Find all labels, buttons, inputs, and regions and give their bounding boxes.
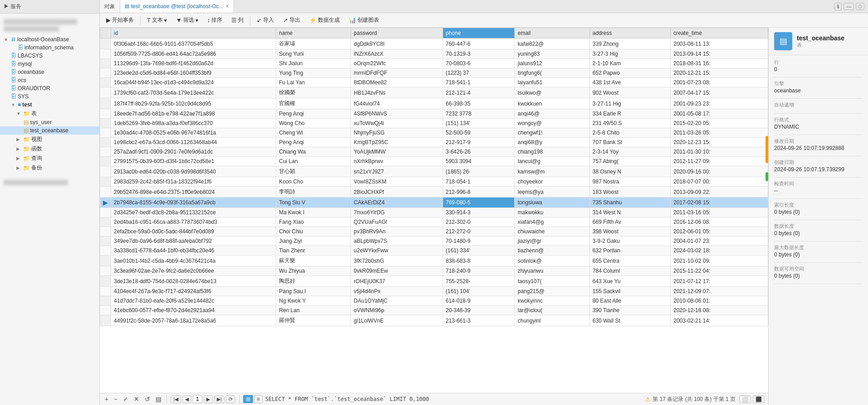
cell-create_time[interactable]: 2015-02-20 05: <box>671 119 768 128</box>
col-address[interactable]: address <box>590 28 670 39</box>
cell-name[interactable]: Cheng Wi <box>276 128 351 138</box>
reload-button[interactable]: ⟳ <box>226 395 235 403</box>
cell-phone[interactable]: (161) 104' <box>443 287 515 296</box>
cell-password[interactable]: gl1LolWVnE <box>351 315 443 326</box>
data-generate-button[interactable]: ⚡ 数据生成 <box>306 15 343 25</box>
table-row[interactable]: 113296d9-13fa-7698-bdf6-f1462d60a62dShi … <box>100 59 768 68</box>
cell-password[interactable]: 0vkR09mEEw <box>351 266 443 276</box>
cell-email[interactable]: jialuns912 <box>515 59 590 68</box>
table-row[interactable]: 349ee7db-0a96-6d8f-b88f-aafeba0bf792Jian… <box>100 236 768 246</box>
refresh-button[interactable]: ↺ <box>143 395 151 403</box>
cell-create_time[interactable]: 2007-04-17 15: <box>671 87 768 98</box>
table-row[interactable]: 16ca044f-b94f-13ec-d1d3-c494c9d9a324Fu L… <box>100 78 768 87</box>
cell-name[interactable]: Jiang Ziyi <box>276 236 351 246</box>
cell-name[interactable]: Fu Lai Yan <box>276 78 351 87</box>
cell-id[interactable]: 1056f509-7725-d806-ed41-64ac72a5e986 <box>111 49 276 59</box>
cell-create_time[interactable]: 2012-06-01 05: <box>671 227 768 236</box>
cell-address[interactable]: 2-5-8 Chito <box>590 128 670 138</box>
table-row[interactable]: 187f47ff-8b29-92fa-925b-102c9d4c8d95官國權f… <box>100 98 768 109</box>
cell-name[interactable]: Tong Siu V <box>276 198 351 208</box>
cell-name[interactable]: Koon Cho <box>276 177 351 187</box>
import-button[interactable]: ↙ 导入 <box>253 15 278 25</box>
sidebar-item-ocs[interactable]: 🗄 ocs <box>0 76 99 84</box>
cell-email[interactable]: lar@iclou( <box>515 306 590 315</box>
cell-address[interactable]: 80 East Alle <box>590 296 670 306</box>
cell-name[interactable]: 李明詩 <box>276 187 351 198</box>
first-page-button[interactable]: |◀ <box>171 395 181 403</box>
cell-id[interactable]: 1739cf60-caf2-703d-5e4a-179e13ee422c <box>111 87 276 98</box>
cell-email[interactable]: zhiyuanwu <box>515 266 590 276</box>
cell-name[interactable]: Song Yuni <box>276 49 351 59</box>
cell-id[interactable]: 44991f2c-58de-2057-78a6-18a172e8a5a6 <box>111 315 276 326</box>
cell-phone[interactable]: 7232 3778 <box>443 109 515 119</box>
grid-view-button[interactable]: ⊞ <box>243 395 253 403</box>
cell-create_time[interactable]: 2003-08-11 13: <box>671 39 768 49</box>
cell-password[interactable]: dgDdk8YC8I <box>351 39 443 49</box>
cell-address[interactable]: 339 Zhong <box>590 39 670 49</box>
cell-address[interactable]: 902 Woost <box>590 87 670 98</box>
cell-create_time[interactable]: 2024-03-02 18: <box>671 246 768 256</box>
cell-create_time[interactable]: 2011-01-30 10: <box>671 147 768 157</box>
cell-id[interactable]: 349ee7db-0a96-6d8f-b88f-aafeba0bf792 <box>111 236 276 246</box>
cell-password[interactable]: NhjmyFjuSG <box>351 128 443 138</box>
col-email[interactable]: email <box>515 28 590 39</box>
cell-name[interactable]: Ng Kwok Y <box>276 296 351 306</box>
cell-password[interactable]: v5ji4d4nPx <box>351 287 443 296</box>
cell-phone[interactable]: (1223) 37 <box>443 68 515 78</box>
cell-create_time[interactable]: 2016-12-06 08: <box>671 217 768 227</box>
cell-phone[interactable]: 5903 3094 <box>443 157 515 166</box>
start-transaction-button[interactable]: ▶ 开始事务 <box>102 15 137 25</box>
cell-address[interactable]: 398 Woost <box>590 227 670 236</box>
status-split-button[interactable]: ⬜ <box>739 395 751 403</box>
table-row[interactable]: 0f306abf-168c-66b5-9101-6377054f5db5谷家璿d… <box>100 39 768 49</box>
cell-email[interactable]: makwokku <box>515 208 590 217</box>
cell-email[interactable]: tingfung6( <box>515 68 590 78</box>
cell-password[interactable]: CAkAErDiZ4 <box>351 198 443 208</box>
cell-phone[interactable]: 212-996-8 <box>443 187 515 198</box>
cell-address[interactable]: 183 Woost <box>590 187 670 198</box>
col-create_time[interactable]: create_time <box>671 28 768 39</box>
cell-phone[interactable]: 20-348-39 <box>443 306 515 315</box>
filter-button[interactable]: ▼ 筛选 ▾ <box>172 15 202 25</box>
cell-address[interactable]: 3-27-3 Hig <box>590 49 670 59</box>
cell-create_time[interactable]: 2010-08-06 01: <box>671 296 768 306</box>
cell-name[interactable]: 甘心穎 <box>276 166 351 177</box>
cell-address[interactable]: 655 Centra <box>590 256 670 266</box>
tab-close-button[interactable]: ✕ <box>225 4 229 9</box>
cell-id[interactable]: 3ae010b1-f4b2-c5da-4bb9-4c3676421c4a <box>111 256 276 266</box>
cell-password[interactable]: HB1J4zvFNs <box>351 87 443 98</box>
cell-password[interactable]: DAu1OYaMjC <box>351 296 443 306</box>
cell-address[interactable]: 669 Fifth Av <box>590 217 670 227</box>
cell-address[interactable]: 652 Papwo <box>590 68 670 78</box>
cell-address[interactable]: 707 Bank St <box>590 138 670 147</box>
cell-name[interactable]: Peng Anqi <box>276 138 351 147</box>
cell-address[interactable]: 2-1-10 Kam <box>590 59 670 68</box>
cell-id[interactable]: 187f47ff-8b29-92fa-925b-102c9d4c8d95 <box>111 98 276 109</box>
table-row[interactable]: 29b52476-898e-e64d-2375-1ff0e9eb8024李明詩2… <box>100 187 768 198</box>
cell-create_time[interactable]: 2004-01-07 23: <box>671 236 768 246</box>
cell-phone[interactable]: 213-661-3 <box>443 315 515 326</box>
maximize-button[interactable]: □ <box>856 3 864 10</box>
cell-address[interactable]: 735 Shanhu <box>590 198 670 208</box>
cell-create_time[interactable]: 2017-02-08 15: <box>671 198 768 208</box>
cell-phone[interactable]: 212-302-0 <box>443 217 515 227</box>
table-row[interactable]: 2efa2bce-59a0-0d0c-5adc-844bf7e0d089Choi… <box>100 227 768 236</box>
cell-create_time[interactable]: 2003-02-21 14: <box>671 315 768 326</box>
cell-address[interactable]: 2-3-14 Yoy <box>590 147 670 157</box>
tree-server[interactable]: ▼ 🖥 localhost-OceanBase <box>0 35 99 43</box>
cell-name[interactable]: 羅仲賢 <box>276 315 351 326</box>
cell-name[interactable]: Wong Cho <box>276 119 351 128</box>
table-row[interactable]: 2d3425e7-bedf-d3c8-2b8a-9511332152ceMa K… <box>100 208 768 217</box>
cell-phone[interactable]: 70-1480-9 <box>443 236 515 246</box>
cell-create_time[interactable]: 2011-03-26 05: <box>671 128 768 138</box>
add-row-button[interactable]: + <box>103 395 110 403</box>
cell-address[interactable]: 438 1st Ave <box>590 78 670 87</box>
cell-id[interactable]: 113296d9-13fa-7698-bdf6-f1462d60a62d <box>111 59 276 68</box>
cell-email[interactable]: tsuikwo@ <box>515 87 590 98</box>
cell-password[interactable]: u2eWYkxFww <box>351 246 443 256</box>
cell-phone[interactable]: 760-447-6 <box>443 39 515 49</box>
cell-password[interactable]: 2BioJCHXPf <box>351 187 443 198</box>
sidebar-item-ORAUDITOR[interactable]: 🗄 ORAUDITOR <box>0 84 99 92</box>
sidebar-item-test[interactable]: ▼ ■ test <box>0 101 99 109</box>
cell-password[interactable]: lNZrX6AzcX <box>351 49 443 59</box>
